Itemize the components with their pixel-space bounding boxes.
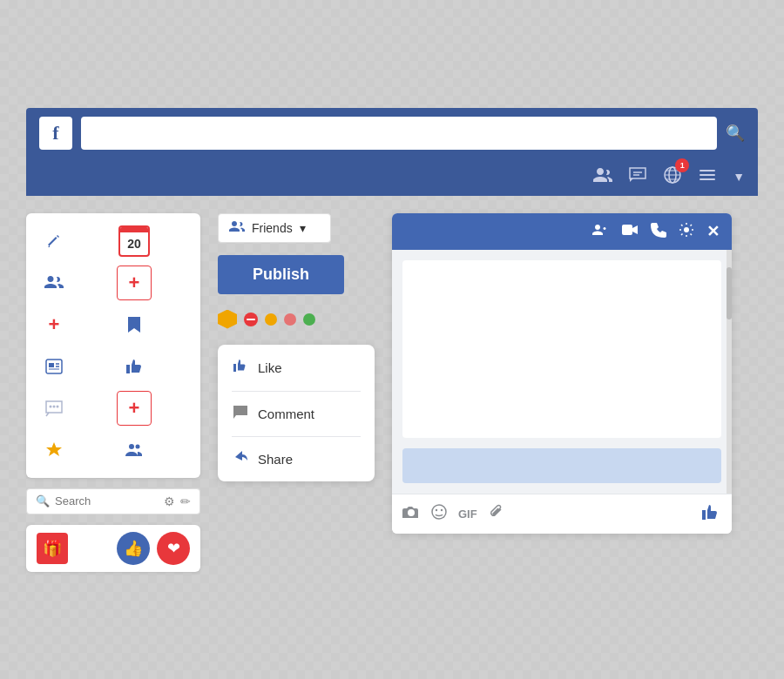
search-icon[interactable]: 🔍 <box>726 124 745 143</box>
middle-panel: Friends ▾ Publish <box>218 213 375 481</box>
svg-point-12 <box>57 405 59 407</box>
left-panel: 20 + + <box>26 213 200 572</box>
edit-toolbar-btn[interactable] <box>37 224 71 259</box>
fb-logo: f <box>39 117 72 150</box>
svg-point-16 <box>684 227 689 232</box>
svg-point-14 <box>136 444 140 448</box>
nav-dropdown[interactable]: ▼ <box>733 170 745 184</box>
like-reaction[interactable]: Like <box>232 355 361 380</box>
calendar-toolbar-btn[interactable]: 20 <box>117 224 152 259</box>
svg-point-11 <box>53 405 56 407</box>
heart-button[interactable]: ❤ <box>157 532 190 565</box>
gift-button[interactable]: 🎁 <box>37 533 68 564</box>
chat-header: ✕ <box>392 213 732 250</box>
settings-chat-icon[interactable] <box>679 222 694 241</box>
fb-header: f 🔍 <box>26 108 758 158</box>
add-friend-chat-icon[interactable] <box>591 222 609 241</box>
svg-point-10 <box>50 405 52 407</box>
friends-dropdown[interactable]: Friends ▾ <box>218 213 331 243</box>
like-reaction-icon <box>232 357 249 379</box>
chat-content-area <box>402 260 721 438</box>
add2-toolbar-btn[interactable]: + <box>117 391 152 426</box>
publish-button[interactable]: Publish <box>218 255 344 294</box>
comment-label: Comment <box>258 407 314 421</box>
pink-status-dot <box>284 313 296 326</box>
settings-icon[interactable]: ⚙ <box>164 494 175 508</box>
dropdown-arrow: ▾ <box>300 221 306 235</box>
share-reaction[interactable]: Share <box>232 447 361 471</box>
bottom-bar: 🎁 👍 ❤ <box>26 525 200 572</box>
icon-toolbar: 20 + + <box>26 213 200 478</box>
svg-rect-2 <box>700 170 715 171</box>
friends-nav-icon[interactable] <box>593 166 612 188</box>
friends-toolbar-btn[interactable] <box>37 266 71 300</box>
gif-chat-icon[interactable]: GIF <box>458 508 477 521</box>
share-reaction-icon <box>232 449 249 469</box>
messages-nav-icon[interactable] <box>628 166 647 188</box>
chat-scrollbar-thumb <box>727 267 732 319</box>
search-panel: 🔍 ⚙ ✏ <box>26 488 200 514</box>
video-chat-icon[interactable] <box>621 223 639 240</box>
svg-point-17 <box>432 505 446 519</box>
chat-input-area[interactable] <box>402 448 721 483</box>
calendar-date: 20 <box>120 232 148 255</box>
svg-rect-4 <box>700 178 715 180</box>
bookmark-toolbar-btn[interactable] <box>117 307 152 342</box>
phone-chat-icon[interactable] <box>651 222 666 241</box>
star-toolbar-btn[interactable] <box>37 433 71 467</box>
menu-nav-icon[interactable] <box>698 166 717 188</box>
globe-nav-icon[interactable]: 1 <box>663 165 682 189</box>
like-label: Like <box>258 360 282 375</box>
green-status-dot <box>303 313 315 326</box>
minus-status-dot <box>244 313 258 326</box>
like-toolbar-btn[interactable] <box>117 349 152 384</box>
reactions-panel: Like Comment <box>218 345 375 481</box>
attachment-chat-icon[interactable] <box>488 503 504 524</box>
camera-chat-icon[interactable] <box>402 505 420 523</box>
comment-reaction[interactable]: Comment <box>232 402 361 426</box>
orange-status-dot <box>265 313 277 326</box>
bookmark-add-toolbar-btn[interactable]: + <box>37 307 71 342</box>
status-dots <box>218 306 375 333</box>
chat-body <box>392 250 732 494</box>
chat-footer: GIF <box>392 494 732 534</box>
newsfeed-toolbar-btn[interactable] <box>37 349 71 384</box>
svg-point-19 <box>441 509 443 511</box>
svg-rect-6 <box>49 363 54 367</box>
svg-rect-15 <box>622 225 632 235</box>
chat-scrollbar[interactable] <box>727 250 732 494</box>
chat-panel: ✕ <box>392 213 732 534</box>
people-toolbar-btn[interactable] <box>117 433 152 467</box>
thumbs-up-button[interactable]: 👍 <box>117 532 150 565</box>
fb-nav: 1 ▼ <box>26 158 758 196</box>
close-chat-icon[interactable]: ✕ <box>706 222 720 241</box>
friends-label: Friends <box>252 221 293 235</box>
share-label: Share <box>258 452 293 467</box>
comment-reaction-icon <box>232 404 249 424</box>
search-panel-input[interactable] <box>55 494 159 508</box>
svg-rect-3 <box>700 174 715 176</box>
search-panel-icon: 🔍 <box>36 494 50 508</box>
friends-icon <box>229 219 245 237</box>
emoji-chat-icon[interactable] <box>430 503 448 524</box>
chat-footer-icons: GIF <box>402 503 504 524</box>
edit-icon[interactable]: ✏ <box>180 494 191 508</box>
like-chat-icon[interactable] <box>700 501 721 527</box>
chat-toolbar-btn[interactable] <box>37 391 71 426</box>
notification-badge: 1 <box>675 158 689 172</box>
search-input[interactable] <box>81 117 717 150</box>
add-toolbar-btn[interactable]: + <box>117 266 152 300</box>
reaction-buttons: 👍 ❤ <box>117 532 190 565</box>
shield-status-icon <box>218 310 237 329</box>
content-area: 20 + + <box>26 213 758 572</box>
svg-point-18 <box>436 509 437 511</box>
svg-point-13 <box>129 444 134 449</box>
